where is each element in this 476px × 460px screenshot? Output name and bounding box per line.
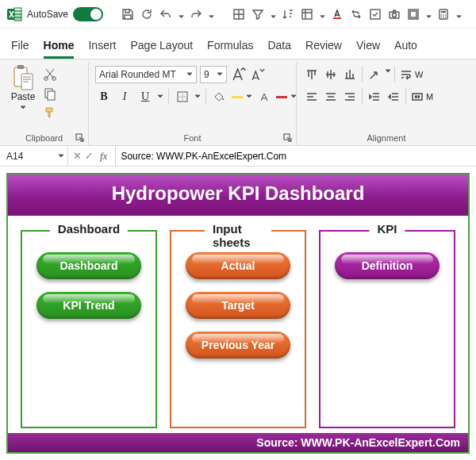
- font-color-button[interactable]: [255, 88, 273, 105]
- fill-color-dropdown-icon[interactable]: [246, 91, 252, 102]
- chevron-down-icon: [186, 69, 193, 80]
- camera-icon[interactable]: [387, 7, 401, 21]
- redo-icon[interactable]: [189, 7, 203, 21]
- merge-center-button[interactable]: M: [409, 88, 435, 105]
- insert-function-icon[interactable]: fx: [97, 150, 110, 163]
- underline-dropdown-icon[interactable]: [157, 91, 163, 102]
- autosave-toggle[interactable]: [73, 7, 103, 21]
- align-top-icon[interactable]: [303, 66, 321, 83]
- tab-home[interactable]: Home: [44, 39, 75, 59]
- filter-dropdown-icon[interactable]: [271, 11, 276, 17]
- replace-icon[interactable]: [349, 7, 363, 21]
- worksheet-area[interactable]: Hydropower KPI Dashboard Dashboard Dashb…: [0, 167, 476, 460]
- macros-icon[interactable]: [406, 7, 420, 21]
- svg-point-16: [443, 14, 444, 16]
- decrease-font-icon[interactable]: [249, 66, 267, 83]
- svg-rect-4: [14, 17, 21, 21]
- bold-button[interactable]: B: [95, 88, 113, 105]
- italic-button[interactable]: I: [116, 88, 133, 105]
- save-icon[interactable]: [121, 7, 135, 21]
- increase-indent-icon[interactable]: [385, 88, 402, 105]
- font-caption: Font: [95, 132, 290, 145]
- paste-dropdown-icon[interactable]: [20, 102, 26, 113]
- align-left-icon[interactable]: [303, 88, 321, 105]
- filter-icon[interactable]: [251, 7, 265, 21]
- decrease-indent-icon[interactable]: [366, 88, 383, 105]
- pill-previous-year[interactable]: Previous Year: [186, 332, 290, 358]
- group-input-sheets-legend: Input sheets: [205, 222, 271, 249]
- svg-rect-2: [14, 11, 21, 14]
- borders-dropdown-icon[interactable]: [194, 91, 201, 102]
- pill-dashboard[interactable]: Dashboard: [36, 252, 141, 279]
- clipboard-launcher-icon[interactable]: [75, 133, 85, 143]
- font-color-dropdown-icon[interactable]: [290, 91, 297, 102]
- qat-customize-icon[interactable]: [456, 11, 462, 17]
- cancel-formula-icon[interactable]: ✕: [73, 150, 82, 162]
- calculator-icon[interactable]: [436, 7, 451, 21]
- clipboard-caption: Clipboard: [6, 132, 82, 145]
- pill-actual[interactable]: Actual: [186, 252, 290, 279]
- data-validation-icon[interactable]: [368, 7, 382, 21]
- increase-font-icon[interactable]: [230, 66, 248, 83]
- font-name-value: Arial Rounded MT: [99, 69, 176, 80]
- fill-color-button[interactable]: [211, 88, 228, 105]
- divider: [405, 88, 406, 104]
- orientation-dropdown-icon[interactable]: [385, 66, 391, 83]
- refresh-icon[interactable]: [140, 7, 154, 21]
- svg-rect-7: [333, 17, 341, 19]
- name-box[interactable]: A14: [0, 146, 68, 166]
- ribbon-group-clipboard: Paste Clipboard: [0, 63, 89, 145]
- tab-insert[interactable]: Insert: [88, 39, 116, 59]
- redo-dropdown-icon[interactable]: [209, 11, 214, 17]
- pill-target[interactable]: Target: [186, 292, 290, 319]
- wrap-text-button[interactable]: W: [398, 66, 424, 83]
- svg-point-17: [445, 14, 447, 16]
- cut-icon[interactable]: [43, 67, 57, 82]
- font-color-qat-icon[interactable]: [330, 7, 344, 21]
- excel-window: AutoSave Fi: [0, 0, 476, 460]
- tab-data[interactable]: Data: [267, 39, 291, 59]
- svg-point-20: [445, 16, 447, 17]
- tab-view[interactable]: View: [356, 39, 380, 59]
- name-box-value: A14: [6, 151, 23, 162]
- name-box-dropdown-icon[interactable]: [58, 151, 64, 162]
- svg-rect-3: [14, 14, 21, 17]
- orientation-icon[interactable]: [366, 66, 383, 83]
- font-name-select[interactable]: Arial Rounded MT: [95, 66, 197, 83]
- tab-file[interactable]: File: [11, 39, 29, 59]
- pill-kpi-trend[interactable]: KPI Trend: [36, 292, 141, 319]
- freeze-panes-icon[interactable]: [300, 7, 314, 21]
- align-bottom-icon[interactable]: [341, 66, 359, 83]
- freeze-dropdown-icon[interactable]: [320, 11, 325, 17]
- formula-input[interactable]: [116, 146, 476, 166]
- font-size-value: 9: [204, 69, 209, 80]
- sort-icon[interactable]: [281, 7, 295, 21]
- format-painter-icon[interactable]: [43, 105, 57, 120]
- tab-page-layout[interactable]: Page Layout: [130, 39, 193, 59]
- macros-dropdown-icon[interactable]: [426, 11, 432, 17]
- copy-icon[interactable]: [43, 86, 57, 101]
- enter-formula-icon[interactable]: ✓: [85, 150, 94, 162]
- tab-formulas[interactable]: Formulas: [207, 39, 253, 59]
- tab-automate[interactable]: Auto: [394, 39, 417, 59]
- alignment-caption: Alignment: [303, 132, 470, 145]
- align-center-icon[interactable]: [322, 88, 340, 105]
- underline-button[interactable]: U: [136, 88, 154, 105]
- paste-button[interactable]: Paste: [6, 64, 40, 113]
- tab-review[interactable]: Review: [305, 39, 342, 59]
- undo-icon[interactable]: [159, 7, 173, 21]
- ribbon-tabs: File Home Insert Page Layout Formulas Da…: [0, 29, 476, 59]
- divider: [362, 66, 363, 82]
- font-color-swatch: [276, 96, 287, 98]
- font-launcher-icon[interactable]: [283, 133, 293, 143]
- svg-rect-8: [370, 10, 380, 19]
- font-size-select[interactable]: 9: [200, 66, 227, 83]
- borders-icon[interactable]: [232, 7, 246, 21]
- dashboard-container: Hydropower KPI Dashboard Dashboard Dashb…: [6, 173, 470, 454]
- svg-rect-14: [441, 11, 446, 13]
- align-right-icon[interactable]: [341, 88, 359, 105]
- undo-dropdown-icon[interactable]: [178, 11, 184, 17]
- borders-button[interactable]: [174, 88, 191, 105]
- align-middle-icon[interactable]: [322, 66, 340, 83]
- pill-definition[interactable]: Definition: [335, 252, 440, 279]
